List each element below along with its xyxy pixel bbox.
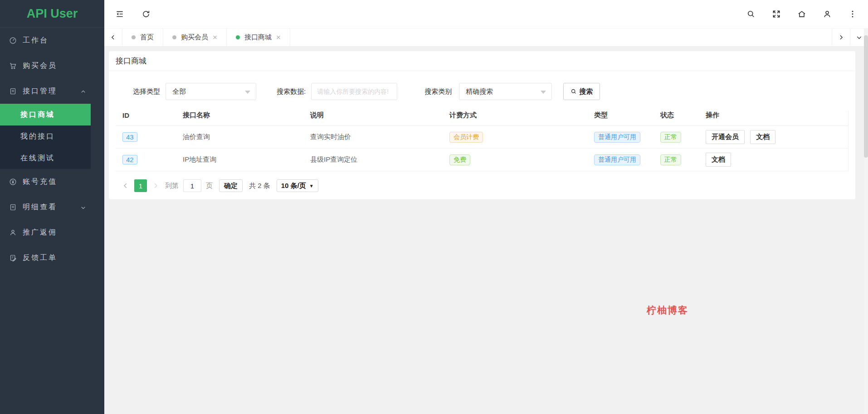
sidebar-item-label: 明细查看 (23, 202, 57, 212)
fullscreen-icon[interactable] (772, 10, 781, 19)
sidebar-item-api-management[interactable]: 接口管理 (0, 78, 104, 104)
sidebar-item-details[interactable]: 明细查看 (0, 194, 104, 220)
sidebar-item-feedback[interactable]: 反馈工单 (0, 245, 104, 270)
type-badge: 普通用户可用 (594, 132, 640, 143)
scrollbar-thumb[interactable] (864, 35, 868, 158)
search-button[interactable]: 搜索 (563, 83, 600, 100)
api-desc-cell: 县级IP查询定位 (303, 149, 443, 171)
api-table: ID 接口名称 说明 计费方式 类型 状态 操作 43 油价查询 查询实时油价 … (116, 111, 848, 171)
pagination: 1 到第 页 确定 共 2 条 10 条/页 ▼ (122, 179, 855, 192)
api-desc-cell: 查询实时油价 (303, 126, 443, 149)
billing-badge: 会员计费 (449, 132, 483, 143)
column-header-name: 接口名称 (176, 111, 303, 126)
chevron-down-icon (541, 91, 546, 94)
filter-bar: 选择类型 全部 搜索数据: 搜索类别 精确搜索 搜索 (109, 83, 855, 100)
close-icon[interactable]: × (213, 34, 217, 41)
type-filter-label: 选择类型 (133, 87, 160, 96)
yen-icon (9, 178, 17, 186)
id-badge: 43 (122, 132, 137, 142)
goto-label: 到第 (165, 182, 179, 190)
user-icon[interactable] (823, 10, 832, 19)
search-input[interactable] (311, 83, 397, 100)
sidebar-submenu: 接口商城 我的接口 在线测试 (0, 104, 91, 169)
tab-dot (236, 35, 240, 39)
page-title: 接口商城 (109, 51, 855, 71)
sidebar-item-workbench[interactable]: 工作台 (0, 28, 104, 53)
main-content: 接口商城 选择类型 全部 搜索数据: 搜索类别 精确搜索 搜索 (104, 47, 868, 414)
sidebar-item-recharge[interactable]: 账号充值 (0, 169, 104, 194)
docs-button[interactable]: 文档 (706, 153, 731, 167)
tab-label: 购买会员 (181, 33, 208, 42)
column-header-status: 状态 (653, 111, 699, 126)
api-name-cell: IP地址查询 (176, 149, 303, 171)
page-number-button[interactable]: 1 (134, 179, 147, 192)
search-data-label: 搜索数据: (277, 87, 306, 96)
tab-dot (132, 35, 136, 39)
type-select[interactable]: 全部 (166, 83, 256, 100)
sidebar-item-online-test[interactable]: 在线测试 (0, 147, 91, 169)
page-size-select[interactable]: 10 条/页 ▼ (277, 179, 318, 192)
sidebar-item-label: 购买会员 (23, 61, 57, 71)
status-badge: 正常 (660, 132, 681, 143)
user-icon (9, 229, 17, 236)
home-icon[interactable] (797, 10, 806, 19)
confirm-button[interactable]: 确定 (219, 179, 243, 192)
type-select-value: 全部 (172, 87, 186, 96)
api-name-cell: 油价查询 (176, 126, 303, 149)
more-icon[interactable] (848, 10, 857, 19)
column-header-billing: 计费方式 (443, 111, 587, 126)
sidebar-item-api-market[interactable]: 接口商城 (0, 104, 91, 125)
tab-dot (172, 35, 176, 39)
tabs-scroll-right-button[interactable] (832, 29, 850, 46)
ticket-icon (9, 254, 17, 262)
sidebar-item-label: 反馈工单 (23, 253, 57, 263)
file-icon (9, 87, 17, 95)
sidebar-item-my-apis[interactable]: 我的接口 (0, 125, 91, 147)
scrollbar[interactable] (864, 28, 868, 414)
tabs-scroll-left-button[interactable] (104, 29, 122, 46)
sidebar-item-referral[interactable]: 推广返佣 (0, 220, 104, 245)
dashboard-icon (9, 37, 17, 44)
search-category-select[interactable]: 精确搜索 (459, 83, 552, 100)
tabbar-spacer (290, 29, 832, 46)
api-market-card: 接口商城 选择类型 全部 搜索数据: 搜索类别 精确搜索 搜索 (109, 51, 855, 199)
search-icon[interactable] (746, 10, 756, 19)
total-count-label: 共 2 条 (249, 182, 270, 190)
open-membership-button[interactable]: 开通会员 (706, 130, 745, 144)
page-size-value: 10 条/页 (281, 182, 306, 190)
sidebar-item-label: 接口管理 (23, 87, 57, 96)
tab-api-market[interactable]: 接口商城 × (227, 29, 290, 46)
sidebar-menu: 工作台 购买会员 接口管理 接口商城 我的接口 (0, 28, 104, 270)
collapse-icon[interactable] (115, 10, 124, 19)
sidebar-item-buy-membership[interactable]: 购买会员 (0, 53, 104, 78)
search-category-label: 搜索类别 (424, 87, 452, 96)
table-row: 42 IP地址查询 县级IP查询定位 免费 普通用户可用 正常 文档 (116, 149, 848, 171)
tab-buy-membership[interactable]: 购买会员 × (163, 29, 227, 46)
column-header-id: ID (116, 111, 176, 126)
sidebar-item-label: 推广返佣 (23, 228, 57, 237)
type-badge: 普通用户可用 (594, 154, 640, 165)
next-page-icon[interactable] (152, 183, 159, 189)
watermark-text: 柠柚博客 (647, 304, 688, 317)
search-icon (571, 88, 577, 95)
sidebar: API User 工作台 购买会员 接口管理 (0, 0, 104, 414)
file-icon (9, 203, 17, 211)
tab-home[interactable]: 首页 (122, 29, 163, 46)
prev-page-icon[interactable] (122, 183, 129, 189)
sidebar-item-label: 工作台 (23, 36, 49, 45)
page-unit-label: 页 (206, 182, 213, 190)
cart-icon (9, 62, 17, 70)
goto-page-input[interactable] (183, 179, 201, 192)
close-icon[interactable]: × (276, 34, 281, 41)
top-bar (104, 0, 868, 28)
chevron-up-icon (80, 88, 86, 94)
chevron-down-icon (245, 91, 250, 94)
chevron-down-icon: ▼ (309, 183, 314, 188)
tab-label: 接口商城 (244, 33, 272, 42)
refresh-icon[interactable] (141, 10, 151, 19)
app-logo: API User (0, 0, 104, 28)
docs-button[interactable]: 文档 (750, 130, 775, 144)
table-header-row: ID 接口名称 说明 计费方式 类型 状态 操作 (116, 111, 848, 126)
table-row: 43 油价查询 查询实时油价 会员计费 普通用户可用 正常 开通会员 文档 (116, 126, 848, 149)
column-header-type: 类型 (587, 111, 653, 126)
